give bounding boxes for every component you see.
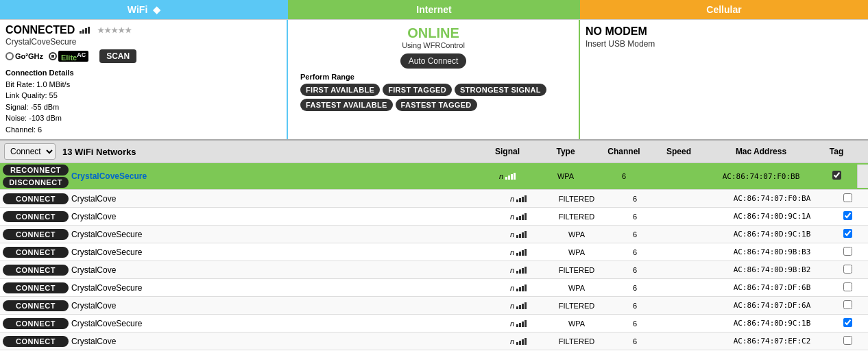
network-name-cell: CrystalCove <box>69 194 491 204</box>
tag-checkbox[interactable] <box>843 193 852 202</box>
tag-checkbox[interactable] <box>843 318 852 327</box>
tag-cell[interactable] <box>827 336 868 347</box>
tag-cell[interactable] <box>827 318 868 329</box>
connect-button[interactable]: Connect <box>3 247 69 258</box>
connect-button[interactable]: Connect <box>3 229 69 240</box>
scan-button[interactable]: SCAN <box>99 49 136 63</box>
fastest-tagged-button[interactable]: Fastest Tagged <box>396 99 477 111</box>
col-header-channel: Channel <box>596 147 651 156</box>
channel-cell: 6 <box>607 266 662 274</box>
tag-cell[interactable] <box>827 229 868 240</box>
wifi-tab[interactable]: WiFi ◆ <box>0 0 288 19</box>
signal-cell: n <box>491 248 546 256</box>
bit-rate: Bit Rate: 1.0 MBit/s <box>5 79 281 90</box>
channel-cell: 6 <box>607 284 662 292</box>
table-row: Connect CrystalCove n FILTERED 6 AC:86:7… <box>0 332 868 350</box>
table-header: Connect 13 WiFi Networks Signal Type Cha… <box>0 141 868 163</box>
elite-option[interactable]: EliteAC <box>49 51 88 62</box>
channel-cell: 6 <box>607 195 662 203</box>
table-row: Connect CrystalCove n FILTERED 6 AC:86:7… <box>0 208 868 226</box>
type-cell: FILTERED <box>546 213 607 221</box>
strongest-signal-button[interactable]: Strongest Signal <box>455 84 546 96</box>
network-name-cell: CrystalCove <box>69 265 491 275</box>
tag-checkbox[interactable] <box>843 247 852 256</box>
mac-cell: AC:86:74:0D:9B:B3 <box>717 247 827 256</box>
cellular-panel: NO MODEM Insert USB Modem <box>580 20 868 139</box>
elite-badge: EliteAC <box>58 51 88 62</box>
connect-button[interactable]: Connect <box>3 265 69 276</box>
channel-cell: 6 <box>607 248 662 256</box>
col-header-speed: Speed <box>651 147 706 156</box>
tag-checkbox[interactable] <box>832 171 841 180</box>
type-cell: FILTERED <box>546 266 607 274</box>
tag-checkbox[interactable] <box>843 300 852 309</box>
perform-range-title: Perform Range <box>300 73 573 81</box>
signal-cell: n <box>491 319 546 328</box>
tag-checkbox[interactable] <box>843 229 852 238</box>
tag-checkbox[interactable] <box>843 282 852 291</box>
col-header-signal: Signal <box>480 147 535 156</box>
go2ghz-option[interactable]: Go²GHz <box>5 52 43 60</box>
connect-button[interactable]: Connect <box>3 300 69 311</box>
tag-cell[interactable] <box>827 211 868 222</box>
disconnect-button[interactable]: Disconnect <box>3 177 69 188</box>
tag-cell[interactable] <box>827 300 868 311</box>
col-header-tag: Tag <box>816 147 857 156</box>
internet-tab[interactable]: Internet <box>288 0 580 19</box>
wifi-panel: CONNECTED ★★★★★ CrystalCoveSecure Go²GHz <box>0 20 288 139</box>
insert-modem-text: Insert USB Modem <box>586 39 863 49</box>
type-cell: WPA <box>546 284 607 292</box>
cellular-tab-label: Cellular <box>706 4 741 15</box>
tag-cell[interactable] <box>827 193 868 204</box>
tag-cell[interactable] <box>827 265 868 276</box>
wifi-signal-icon: ◆ <box>153 4 160 15</box>
connect-button[interactable]: Connect <box>3 282 69 293</box>
reconnect-button[interactable]: Reconnect <box>3 165 69 176</box>
auto-connect-button[interactable]: Auto Connect <box>400 53 467 69</box>
type-cell: WPA <box>546 319 607 328</box>
channel-cell: 6 <box>596 172 651 180</box>
first-tagged-button[interactable]: First Tagged <box>383 84 452 96</box>
type-cell: FILTERED <box>546 195 607 203</box>
connect-button[interactable]: Connect <box>3 193 69 204</box>
go2ghz-radio[interactable] <box>5 52 14 60</box>
scrollbar[interactable] <box>857 165 868 188</box>
mac-cell: AC:86:74:07:DF:6A <box>717 301 827 310</box>
cellular-tab[interactable]: Cellular <box>580 0 868 19</box>
signal-level: Signal: -55 dBm <box>5 101 281 113</box>
action-buttons: Reconnect Disconnect <box>0 165 69 188</box>
network-name-cell: CrystalCove <box>69 212 491 221</box>
first-available-button[interactable]: First Available <box>300 84 380 96</box>
connect-dropdown-wrapper[interactable]: Connect <box>4 143 56 160</box>
connected-status: CONNECTED ★★★★★ <box>5 24 281 36</box>
wifi-tab-label: WiFi <box>128 4 147 15</box>
network-name-link[interactable]: CrystalCoveSecure <box>71 171 147 181</box>
connected-network-name: CrystalCoveSecure <box>5 37 281 47</box>
tag-cell[interactable] <box>827 247 868 258</box>
table-row: Connect CrystalCove n FILTERED 6 AC:86:7… <box>0 190 868 208</box>
type-cell: FILTERED <box>546 337 607 346</box>
network-name-cell: CrystalCoveSecure <box>69 171 480 181</box>
elite-radio[interactable] <box>49 52 57 60</box>
tag-cell[interactable] <box>816 171 857 182</box>
connect-button[interactable]: Connect <box>3 211 69 222</box>
fastest-available-button[interactable]: Fastest Available <box>300 99 393 111</box>
connect-button[interactable]: Connect <box>3 336 69 347</box>
network-name-cell: CrystalCoveSecure <box>69 247 491 257</box>
connect-button[interactable]: Connect <box>3 318 69 329</box>
signal-cell: n <box>491 230 546 239</box>
mac-cell: AC:86:74:0D:9B:B2 <box>717 265 827 274</box>
network-name-cell: CrystalCoveSecure <box>69 283 491 293</box>
networks-count: 13 WiFi Networks <box>62 147 480 157</box>
tag-checkbox[interactable] <box>843 336 852 345</box>
tag-checkbox[interactable] <box>843 265 852 274</box>
channel-info: Channel: 6 <box>5 124 281 136</box>
channel-cell: 6 <box>607 302 662 310</box>
signal-strength-icon <box>77 24 92 36</box>
internet-tab-label: Internet <box>416 4 451 15</box>
mac-cell: AC:86:74:0D:9C:1B <box>717 319 827 328</box>
channel-cell: 6 <box>607 213 662 221</box>
tag-cell[interactable] <box>827 282 868 293</box>
tag-checkbox[interactable] <box>843 211 852 220</box>
connect-select[interactable]: Connect <box>4 143 56 160</box>
